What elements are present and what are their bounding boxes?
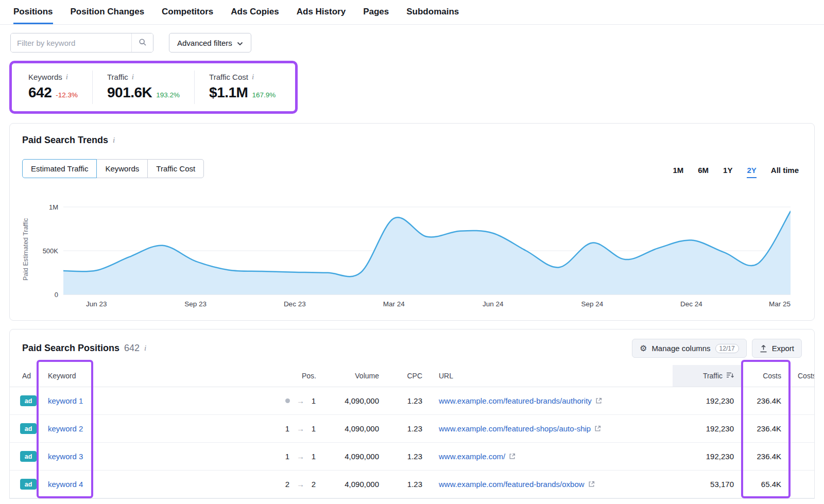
url-link[interactable]: www.example.com/ xyxy=(439,452,505,461)
nav-tab-position-changes[interactable]: Position Changes xyxy=(71,0,145,24)
cpc-cell: 1.23 xyxy=(387,387,431,415)
trend-tab-traffic-cost[interactable]: Traffic Cost xyxy=(147,159,204,178)
traffic-cell: 192,230 xyxy=(673,387,742,415)
position-to: 1 xyxy=(311,424,316,433)
url-cell: www.example.com/featured-brands/oxbow xyxy=(439,480,664,489)
info-icon[interactable]: i xyxy=(252,73,254,81)
range-all-time[interactable]: All time xyxy=(771,166,799,178)
positions-title-row: Paid Search Positions 642 i xyxy=(22,343,146,354)
export-icon xyxy=(760,344,767,353)
clipped-cell xyxy=(789,471,814,498)
column-header-url[interactable]: URL xyxy=(431,365,673,387)
url-link[interactable]: www.example.com/featured-brands/authorit… xyxy=(439,396,592,405)
arrow-right-icon: → xyxy=(297,480,304,489)
position-change: →1 xyxy=(267,396,316,405)
metric-traffic-cost: Traffic Costi$1.1M167.9% xyxy=(194,71,290,104)
paid-search-trends-card: Paid Search Trends i Estimated TrafficKe… xyxy=(9,123,815,321)
cpc-cell: 1.23 xyxy=(387,443,431,471)
external-link-icon[interactable] xyxy=(595,397,602,404)
url-cell: www.example.com/featured-shops/auto-ship xyxy=(439,424,664,433)
url-cell: www.example.com/ xyxy=(439,452,664,461)
keyword-link[interactable]: keyword 2 xyxy=(48,424,83,433)
keyword-filter-input[interactable] xyxy=(11,33,131,52)
range-1m[interactable]: 1M xyxy=(673,166,683,178)
nav-tab-ads-copies[interactable]: Ads Copies xyxy=(231,0,279,24)
column-header-keyword[interactable]: Keyword xyxy=(40,365,259,387)
costs-cell: 236.4K xyxy=(742,415,789,443)
table-header-row: AdKeywordPos.VolumeCPCURLTrafficCostsCos… xyxy=(10,365,814,387)
top-nav: PositionsPosition ChangesCompetitorsAds … xyxy=(0,0,824,25)
y-tick-label: 500K xyxy=(43,247,58,255)
cpc-cell: 1.23 xyxy=(387,415,431,443)
positions-table: AdKeywordPos.VolumeCPCURLTrafficCostsCos… xyxy=(10,365,814,498)
trend-range-selector: 1M6M1Y2YAll time xyxy=(673,166,802,178)
external-link-icon[interactable] xyxy=(509,453,516,460)
svg-text:Jun 24: Jun 24 xyxy=(483,300,504,308)
column-header-cpc[interactable]: CPC xyxy=(387,365,431,387)
export-button[interactable]: Export xyxy=(752,339,802,358)
svg-text:Dec 23: Dec 23 xyxy=(284,300,306,308)
metric-label: Keywords xyxy=(28,73,62,81)
clipped-cell xyxy=(789,415,814,443)
svg-text:Mar 25: Mar 25 xyxy=(769,300,791,308)
position-from: 2 xyxy=(285,480,290,489)
url-link[interactable]: www.example.com/featured-brands/oxbow xyxy=(439,480,585,489)
trend-tab-keywords[interactable]: Keywords xyxy=(96,159,148,178)
metric-change: 193.2% xyxy=(156,91,180,99)
positions-title: Paid Search Positions xyxy=(22,343,119,354)
trend-tab-estimated-traffic[interactable]: Estimated Traffic xyxy=(22,159,97,178)
info-icon[interactable]: i xyxy=(66,73,68,81)
metric-label-row: Traffic Costi xyxy=(209,73,276,81)
info-icon[interactable]: i xyxy=(113,136,115,144)
arrow-right-icon: → xyxy=(297,396,304,405)
position-dot-icon xyxy=(285,398,290,403)
table-row: adkeyword 21→14,090,0001.23www.example.c… xyxy=(10,415,814,443)
nav-tab-ads-history[interactable]: Ads History xyxy=(297,0,346,24)
nav-tab-pages[interactable]: Pages xyxy=(363,0,389,24)
range-2y[interactable]: 2Y xyxy=(747,166,756,178)
manage-columns-button[interactable]: ⚙ Manage columns 12/17 xyxy=(632,339,747,358)
keyword-link[interactable]: keyword 4 xyxy=(48,480,83,489)
external-link-icon[interactable] xyxy=(588,481,595,488)
range-6m[interactable]: 6M xyxy=(698,166,709,178)
external-link-icon[interactable] xyxy=(594,425,601,432)
column-header-pos[interactable]: Pos. xyxy=(259,365,324,387)
position-change: 1→1 xyxy=(267,424,316,433)
position-to: 1 xyxy=(311,452,316,461)
search-button[interactable] xyxy=(131,33,153,52)
metric-change: 167.9% xyxy=(252,91,276,99)
ad-badge[interactable]: ad xyxy=(20,423,37,434)
url-link[interactable]: www.example.com/featured-shops/auto-ship xyxy=(439,424,591,433)
column-header-costs-clipped[interactable]: Costs xyxy=(789,365,814,387)
summary-metrics: Keywordsi642-12.3%Traffici901.6K193.2%Tr… xyxy=(12,63,295,111)
y-axis-title: Paid Estimated Traffic xyxy=(22,203,29,296)
range-1y[interactable]: 1Y xyxy=(723,166,732,178)
ad-badge[interactable]: ad xyxy=(20,451,37,462)
traffic-cell: 53,170 xyxy=(673,471,742,498)
nav-tab-competitors[interactable]: Competitors xyxy=(162,0,213,24)
y-axis-ticks: 1M500K0 xyxy=(37,199,63,308)
ad-badge[interactable]: ad xyxy=(20,479,37,490)
trend-chart: Paid Estimated Traffic 1M500K0 Jun 23Sep… xyxy=(22,199,802,308)
info-icon[interactable]: i xyxy=(132,73,134,81)
nav-tab-subdomains[interactable]: Subdomains xyxy=(406,0,459,24)
column-header-ad[interactable]: Ad xyxy=(10,365,40,387)
nav-tab-positions[interactable]: Positions xyxy=(13,0,53,24)
trend-controls: Estimated TrafficKeywordsTraffic Cost 1M… xyxy=(22,159,802,178)
chevron-down-icon xyxy=(237,39,243,47)
column-header-traffic[interactable]: Traffic xyxy=(673,365,742,387)
metric-label: Traffic xyxy=(107,73,128,81)
positions-table-wrap: AdKeywordPos.VolumeCPCURLTrafficCostsCos… xyxy=(10,365,814,498)
metric-label: Traffic Cost xyxy=(209,73,248,81)
keyword-link[interactable]: keyword 3 xyxy=(48,452,83,461)
positions-count: 642 xyxy=(124,343,140,354)
info-icon[interactable]: i xyxy=(144,344,146,352)
metric-label-row: Traffici xyxy=(107,73,180,81)
keyword-link[interactable]: keyword 1 xyxy=(48,396,83,405)
ad-badge[interactable]: ad xyxy=(20,395,37,406)
export-label: Export xyxy=(772,344,794,353)
svg-text:Jun 23: Jun 23 xyxy=(86,300,107,308)
column-header-volume[interactable]: Volume xyxy=(324,365,387,387)
advanced-filters-button[interactable]: Advanced filters xyxy=(169,33,251,53)
column-header-costs[interactable]: Costs xyxy=(742,365,789,387)
